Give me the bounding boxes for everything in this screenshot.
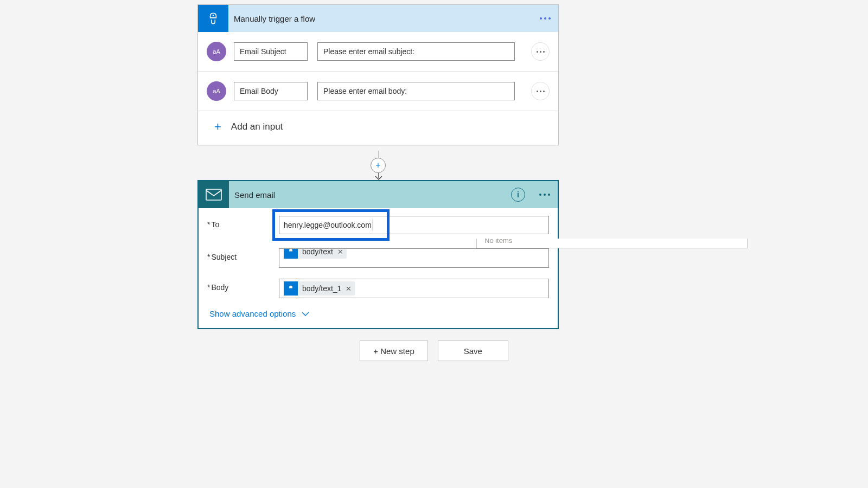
token-label: body/text [302, 248, 333, 256]
subject-label: *Subject [207, 248, 279, 261]
trigger-title: Manually trigger a flow [234, 14, 315, 23]
input-row-menu[interactable] [531, 82, 550, 100]
trigger-input-row: aA Email Subject Please enter email subj… [198, 32, 558, 72]
token-label: body/text_1 [302, 284, 341, 293]
svg-rect-3 [206, 189, 221, 200]
input-prompt-field[interactable]: Please enter email body: [317, 82, 515, 100]
input-row-menu[interactable] [531, 42, 550, 61]
to-value: henry.legge@outlook.com [284, 221, 372, 229]
body-label: *Body [207, 279, 279, 292]
to-label: *To [207, 216, 279, 229]
trigger-input-row: aA Email Body Please enter email body: [198, 72, 558, 111]
chevron-down-icon [301, 311, 310, 317]
autocomplete-noitems: No items [476, 239, 748, 248]
connector-line [378, 151, 379, 158]
trigger-more-menu[interactable] [540, 5, 551, 32]
body-field-row: *Body body/text_1 ✕ [199, 273, 558, 304]
plus-icon: + [214, 120, 221, 134]
trigger-icon [198, 5, 228, 32]
body-input[interactable]: body/text_1 ✕ [279, 279, 549, 298]
insert-step-button[interactable]: + [371, 158, 386, 173]
to-field-row: *To henry.legge@outlook.com [199, 208, 558, 240]
action-title: Send email [234, 190, 275, 200]
dynamic-content-token[interactable]: body/text ✕ [284, 248, 347, 259]
trigger-token-icon [284, 281, 298, 296]
text-type-badge: aA [207, 42, 226, 61]
save-button[interactable]: Save [438, 341, 508, 361]
input-name-field[interactable]: Email Body [234, 82, 308, 100]
show-advanced-options[interactable]: Show advanced options [199, 304, 558, 328]
input-name-field[interactable]: Email Subject [234, 42, 308, 61]
svg-point-0 [213, 15, 214, 16]
add-input-label: Add an input [231, 121, 283, 132]
text-caret [373, 220, 373, 230]
text-type-badge: aA [207, 81, 226, 101]
action-card: Send email i *To henry.legge@outlook.com… [197, 180, 559, 329]
subject-input[interactable]: body/text ✕ [279, 248, 549, 268]
info-icon[interactable]: i [511, 188, 525, 202]
mail-icon [199, 181, 229, 208]
new-step-button[interactable]: + New step [360, 341, 427, 361]
token-remove[interactable]: ✕ [337, 248, 343, 256]
bottom-buttons: + New step Save [0, 341, 868, 361]
action-header[interactable]: Send email i [199, 181, 558, 208]
dynamic-content-token[interactable]: body/text_1 ✕ [284, 281, 355, 296]
arrow-down-icon [374, 173, 383, 181]
to-input[interactable]: henry.legge@outlook.com [279, 216, 549, 234]
trigger-token-icon [284, 248, 298, 259]
add-input-button[interactable]: + Add an input [198, 111, 558, 145]
trigger-card: Manually trigger a flow aA Email Subject… [197, 4, 559, 145]
action-more-menu[interactable] [539, 181, 550, 208]
token-remove[interactable]: ✕ [346, 285, 352, 293]
input-prompt-field[interactable]: Please enter email subject: [317, 42, 515, 61]
trigger-header[interactable]: Manually trigger a flow [198, 5, 558, 32]
